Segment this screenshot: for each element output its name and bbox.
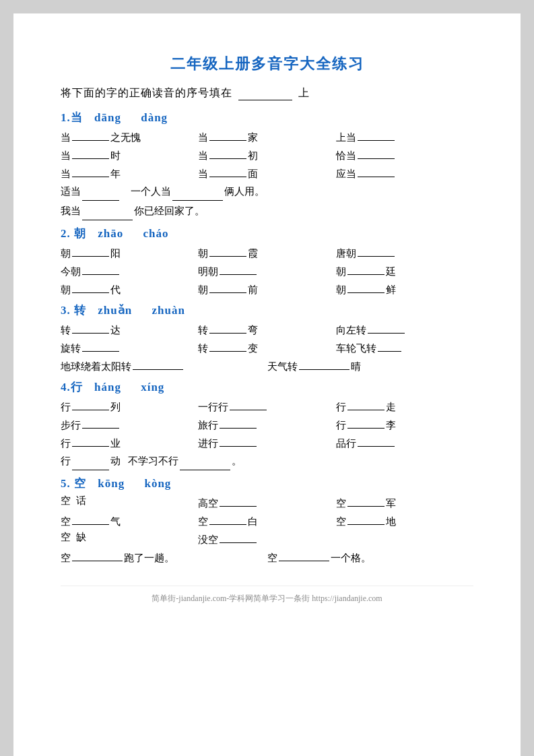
dang-row3: 当年 当面 应当 (61, 164, 473, 181)
hang-row1: 行列 一行行 行走 (61, 398, 473, 414)
hang-row2: 步行 旅行 行李 (61, 416, 473, 433)
section-kong-header: 5. 空 kōng kòng (61, 476, 473, 491)
kong-row3: 空 缺 没空 (61, 530, 473, 547)
zhao-row3: 朝代 朝前 朝鲜 (61, 280, 473, 297)
section-zhao-header: 2. 朝 zhāo cháo (61, 226, 473, 241)
subtitle: 将下面的字的正确读音的序号填在 上 (61, 86, 473, 100)
kong-row2: 空气 空白 空地 (61, 512, 473, 529)
hang-row4: 行动 不学习不行。 (61, 452, 473, 470)
dang-row4: 适当 一个人当俩人用。 (61, 183, 473, 201)
kong-row1: 空 话 高空 空军 (61, 494, 473, 511)
page: 二年级上册多音字大全练习 将下面的字的正确读音的序号填在 上 1.当 dāng … (13, 13, 521, 756)
kong-row4: 空跑了一趟。 空一个格。 (61, 548, 473, 565)
section-zhuan-header: 3. 转 zhuǎn zhuàn (61, 303, 473, 318)
zhuan-row2: 旋转 转变 车轮飞转 (61, 339, 473, 356)
section-dang-header: 1.当 dāng dàng (61, 110, 473, 125)
zhuan-row3: 地球绕着太阳转 天气转晴 (61, 357, 473, 374)
footer: 简单街-jiandanjie.com-学科网简单学习一条街 https://ji… (61, 586, 473, 604)
dang-row1: 当之无愧 当家 上当 (61, 128, 473, 145)
dang-row2: 当时 当初 恰当 (61, 146, 473, 163)
section-hang-header: 4.行 háng xíng (61, 379, 473, 395)
dang-row5: 我当你已经回家了。 (61, 202, 473, 220)
zhao-row2: 今朝 明朝 朝廷 (61, 262, 473, 279)
zhuan-row1: 转达 转弯 向左转 (61, 321, 473, 338)
zhao-row1: 朝阳 朝霞 唐朝 (61, 244, 473, 261)
hang-row3: 行业 进行 品行 (61, 434, 473, 451)
page-title: 二年级上册多音字大全练习 (61, 54, 473, 74)
